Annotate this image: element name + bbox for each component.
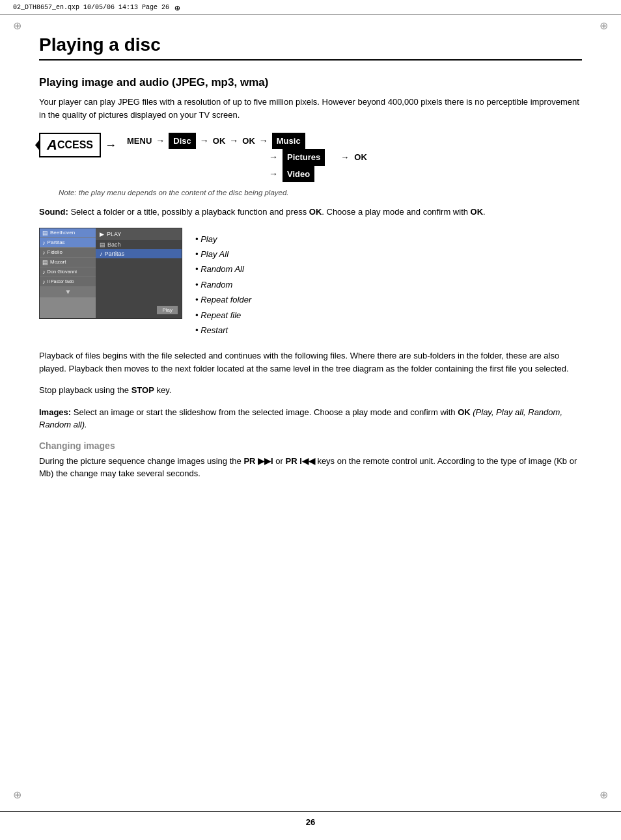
bullet-random: Random — [195, 277, 251, 292]
bach-icon: ▤ — [100, 241, 105, 248]
sound-body: Select a folder or a title, possibly a p… — [70, 207, 485, 217]
images-label: Images: — [39, 407, 71, 417]
pr-forward-label: PR ▶▶I — [243, 456, 273, 466]
final-arrow: → — [340, 150, 349, 165]
screenshot-item-ilpastor: Il Pastor fado — [40, 277, 96, 287]
partitas-label: Partitas — [105, 251, 125, 257]
screenshot-play-bar: ▶ PLAY — [96, 228, 182, 240]
disc-label: Disc — [169, 133, 195, 149]
menu-main-row: MENU → Disc → OK → OK → Music — [127, 133, 367, 149]
bullet-play: Play — [195, 232, 251, 247]
menu-label: MENU — [127, 133, 152, 148]
content-area: Playing a disc Playing image and audio (… — [0, 15, 621, 528]
corner-mark-br: ⊕ — [600, 789, 608, 801]
sub-arrow-2: → — [269, 166, 278, 182]
screenshot-item-dongiovanni: Don Giovanni — [40, 267, 96, 277]
stop-text: Stop playback using the STOP key. — [39, 384, 582, 397]
pr-back-label: PR I◀◀ — [285, 456, 314, 466]
images-body: Select an image or start the slideshow f… — [74, 407, 471, 417]
partitas-icon: ♪ — [100, 251, 103, 257]
access-menu-area: ACCESS → MENU → Disc → OK → OK → Music — [39, 133, 582, 182]
bullet-restart: Restart — [195, 323, 251, 338]
stop-prefix: Stop playback using the — [39, 385, 131, 395]
section-heading: Playing image and audio (JPEG, mp3, wma) — [39, 76, 582, 89]
sound-label: Sound: — [39, 207, 68, 217]
note-text: Note: the play menu depends on the conte… — [59, 189, 582, 196]
playback-text: Playback of files begins with the file s… — [39, 349, 582, 375]
ok1-label: OK — [213, 133, 226, 148]
screenshot-item-partitas: Partitas — [40, 238, 96, 248]
screenshot-item-mozart: Mozart — [40, 258, 96, 267]
corner-mark-tl: ⊕ — [13, 20, 21, 32]
menu-sub-row-video: → Video — [269, 166, 367, 182]
screenshot-play-button: Play — [157, 306, 178, 314]
page-title: Playing a disc — [39, 34, 582, 55]
bullet-repeat-folder: Repeat folder — [195, 292, 251, 307]
sound-text: Sound: Select a folder or a title, possi… — [39, 206, 582, 219]
corner-mark-bl: ⊕ — [13, 789, 21, 801]
music-label: Music — [272, 133, 305, 149]
pictures-label: Pictures — [283, 149, 325, 165]
crosshair-icon — [174, 3, 184, 12]
bullet-random-all: Random All — [195, 262, 251, 277]
changing-images-heading: Changing images — [39, 440, 582, 451]
play-icon: ▶ — [100, 231, 104, 237]
menu-sub-row-pictures: → Pictures → OK — [269, 149, 367, 165]
final-ok: OK — [354, 150, 367, 165]
video-label: Video — [283, 166, 314, 182]
bullet-repeat-file: Repeat file — [195, 308, 251, 323]
access-right-arrow: → — [105, 139, 117, 152]
screenshot-left-panel: Beethoven Partitas Fidelio Mozart Don Gi… — [40, 228, 97, 318]
menu-sub-rows: → Pictures → OK → Video — [269, 149, 367, 182]
title-rule — [39, 59, 582, 61]
intro-body-text: Your player can play JPEG files with a r… — [39, 96, 582, 121]
stop-key: STOP — [131, 385, 154, 395]
access-badge-text: CCESS — [57, 139, 93, 151]
play-label: PLAY — [107, 231, 121, 237]
access-badge-a-letter: A — [47, 137, 57, 154]
screenshot-right-bach: ▤ Bach — [96, 240, 182, 249]
menu-arrow-4: → — [259, 133, 268, 149]
menu-arrow-1: → — [156, 133, 165, 149]
menu-arrow-3: → — [229, 133, 238, 149]
screenshot-image: Beethoven Partitas Fidelio Mozart Don Gi… — [39, 228, 182, 319]
changing-text: During the picture sequence change image… — [39, 455, 582, 480]
screenshot-right-panel: ▶ PLAY ▤ Bach ♪ Partitas Play — [96, 228, 182, 318]
screenshot-area: Beethoven Partitas Fidelio Mozart Don Gi… — [39, 228, 582, 338]
file-header: 02_DTH8657_en.qxp 10/05/06 14:13 Page 26 — [0, 0, 621, 15]
ok2-label: OK — [242, 133, 255, 148]
menu-arrow-2: → — [200, 133, 209, 149]
page-number: 26 — [306, 817, 315, 827]
file-header-text: 02_DTH8657_en.qxp 10/05/06 14:13 Page 26 — [13, 4, 169, 11]
bullet-play-all: Play All — [195, 247, 251, 262]
sub-arrow-1: → — [269, 149, 278, 165]
stop-suffix: key. — [154, 385, 172, 395]
bullet-list: Play Play All Random All Random Repeat f… — [195, 232, 251, 338]
bach-label: Bach — [107, 241, 121, 248]
screenshot-item-downarrow: ▼ — [40, 287, 96, 297]
page: 02_DTH8657_en.qxp 10/05/06 14:13 Page 26… — [0, 0, 621, 840]
access-badge: ACCESS — [39, 133, 101, 157]
images-text: Images: Select an image or start the sli… — [39, 406, 582, 431]
page-footer: 26 — [0, 811, 621, 827]
screenshot-item-fidelio: Fidelio — [40, 248, 96, 258]
screenshot-right-partitas: ♪ Partitas — [96, 249, 182, 258]
corner-mark-tr: ⊕ — [600, 20, 608, 32]
bullet-list-area: Play Play All Random All Random Repeat f… — [195, 232, 251, 338]
menu-flow: MENU → Disc → OK → OK → Music → Pictures… — [127, 133, 367, 182]
screenshot-item-beethoven: Beethoven — [40, 228, 96, 238]
